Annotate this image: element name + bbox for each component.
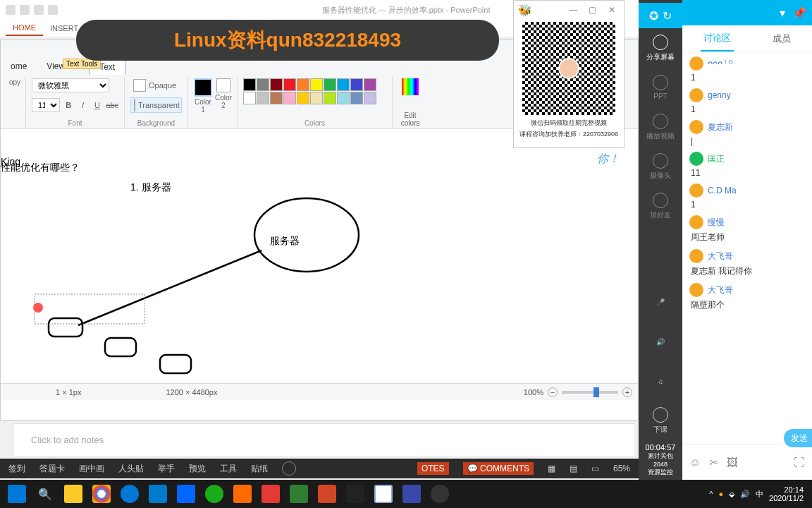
obs-icon[interactable] xyxy=(426,480,454,508)
ppt-notes-button[interactable]: OTES xyxy=(417,462,449,475)
avatar xyxy=(689,120,703,134)
undo-icon[interactable] xyxy=(20,5,30,15)
tab-discuss[interactable]: 讨论区 xyxy=(701,26,734,52)
chat-message: genny1 xyxy=(689,88,805,114)
chat-sidebar-top[interactable]: ✪ ↻ xyxy=(639,3,682,28)
notes-pane[interactable]: Click to add notes xyxy=(14,423,634,456)
app-icon[interactable] xyxy=(172,480,200,508)
tab-home[interactable]: HOME xyxy=(6,20,43,36)
overlay-banner: Linux资料qun832218493 xyxy=(76,20,499,61)
chat-tabs: 讨论区 成员 xyxy=(682,25,812,52)
side-camera[interactable]: 摄像头 xyxy=(639,147,682,186)
power-icon[interactable] xyxy=(282,461,296,476)
zoom-level: 100% xyxy=(524,388,543,397)
paint-taskbar-icon[interactable] xyxy=(369,480,398,508)
music-icon[interactable]: ♫ xyxy=(639,361,682,401)
view-reading-icon[interactable]: ▭ xyxy=(591,464,599,473)
font-family-select[interactable]: 微软雅黑 xyxy=(32,78,109,92)
chat-header: ▾ 📌 xyxy=(682,0,812,25)
vscode-icon[interactable] xyxy=(144,480,172,508)
close-button[interactable]: ✕ xyxy=(608,5,618,15)
app4-icon[interactable] xyxy=(398,480,426,508)
explorer-icon[interactable] xyxy=(59,480,87,508)
side-ppt[interactable]: PPT xyxy=(639,68,682,107)
vbox-icon[interactable] xyxy=(285,480,313,508)
powerpoint-taskbar-icon[interactable] xyxy=(313,480,341,508)
taskbar-date[interactable]: 2020/11/2 xyxy=(769,494,804,502)
notes-placeholder: Click to add notes xyxy=(31,435,104,445)
tb-hand[interactable]: 举手 xyxy=(158,463,175,475)
chat-message-list[interactable]: ᴖᴖᴖ ᴵ ᴰ1 genny1 夏志新| 匡正11 C.D Ma1 慢慢周王老师… xyxy=(682,52,812,445)
expand-icon[interactable]: ⛶ xyxy=(794,456,805,469)
tray-up-icon[interactable]: ^ xyxy=(709,490,713,498)
tb-signin[interactable]: 签到 xyxy=(8,463,25,475)
share-screen-button[interactable]: 分享屏幕 xyxy=(639,28,682,68)
ime-indicator[interactable]: 中 xyxy=(756,489,763,500)
zoom-out-button[interactable]: − xyxy=(548,387,558,397)
canvas-hello: 你！ xyxy=(597,152,620,167)
tb-pip[interactable]: 画中画 xyxy=(79,463,104,475)
bold-button[interactable]: B xyxy=(63,99,74,111)
maximize-button[interactable]: ▢ xyxy=(589,5,598,15)
pin-icon[interactable]: 📌 xyxy=(792,6,806,20)
search-icon[interactable]: 🔍 xyxy=(31,480,59,508)
start-button[interactable] xyxy=(3,480,31,508)
colors-group-label: Colors xyxy=(243,119,386,127)
tb-paste[interactable]: 贴纸 xyxy=(251,463,268,475)
image-icon[interactable]: 🖼 xyxy=(727,456,738,469)
side-addfriend[interactable]: 加好友 xyxy=(639,186,682,226)
view-normal-icon[interactable]: ▦ xyxy=(548,464,555,473)
app3-icon[interactable] xyxy=(257,480,285,508)
tb-tools[interactable]: 工具 xyxy=(220,463,237,475)
view-sorter-icon[interactable]: ▤ xyxy=(570,464,577,473)
paint-tab-home[interactable]: ome xyxy=(1,59,37,74)
chrome-icon[interactable] xyxy=(87,480,116,508)
transparent-option[interactable]: Transparent xyxy=(130,97,182,113)
zoom-in-button[interactable]: + xyxy=(622,387,632,397)
color2-swatch[interactable] xyxy=(216,78,230,92)
speaker-icon[interactable]: 🔊 xyxy=(639,322,682,361)
edit-colors-button[interactable]: Edit colors xyxy=(393,77,428,128)
strike-button[interactable]: abc xyxy=(106,99,118,111)
tray-icon2[interactable]: ⬙ xyxy=(729,490,734,499)
zoom-slider[interactable] xyxy=(562,391,618,394)
chevron-down-icon[interactable]: ▾ xyxy=(780,6,785,20)
chat-message: 慢慢周王老师 xyxy=(689,215,805,243)
tb-preview[interactable]: 预览 xyxy=(189,463,206,475)
app2-icon[interactable] xyxy=(228,480,257,508)
italic-button[interactable]: I xyxy=(77,99,88,111)
chat-input-bar: ☺ ✂ 🖼 ⛶ xyxy=(682,445,812,480)
send-button[interactable]: 发送 xyxy=(784,429,812,447)
opaque-option[interactable]: Opaque xyxy=(130,78,182,92)
end-class-button[interactable]: 下课 xyxy=(639,401,682,440)
scissors-icon[interactable]: ✂ xyxy=(709,456,718,469)
terminal-icon[interactable] xyxy=(341,480,369,508)
font-group-label: Font xyxy=(32,119,118,127)
tb-quiz[interactable]: 答题卡 xyxy=(39,463,65,475)
refresh-icon: ↻ xyxy=(663,9,672,23)
underline-button[interactable]: U xyxy=(92,99,103,111)
minimize-button[interactable]: — xyxy=(569,5,579,15)
side-video[interactable]: 播放视频 xyxy=(639,107,682,147)
svg-line-1 xyxy=(78,250,262,325)
ppt-comments-button[interactable]: 💬 COMMENTS xyxy=(463,462,534,475)
color1-swatch[interactable] xyxy=(194,78,212,97)
start-icon[interactable] xyxy=(48,5,58,15)
emoji-icon[interactable]: ☺ xyxy=(689,456,701,469)
tray-icon1[interactable]: ● xyxy=(718,490,723,498)
wechat-icon[interactable] xyxy=(200,480,228,508)
edge-icon[interactable] xyxy=(116,480,144,508)
tray-volume-icon[interactable]: 🔊 xyxy=(740,490,750,499)
ppt-zoom: 65% xyxy=(613,464,630,473)
qr-popup-window: 🐝 — ▢ ✕ 微信扫码领取往期完整视频 课程咨询加扶养老师：220703290… xyxy=(513,0,625,148)
mic-icon[interactable]: 🎤 xyxy=(639,282,682,322)
tab-members[interactable]: 成员 xyxy=(770,27,794,51)
taskbar-time[interactable]: 20:14 xyxy=(769,485,804,494)
redo-icon[interactable] xyxy=(34,5,44,15)
color12-group: Color 1 Color 2 xyxy=(188,77,238,128)
paint-canvas[interactable]: King 性能优化有哪些？ 1. 服务器 服务器 你！ xyxy=(1,129,638,383)
tb-sticker[interactable]: 人头贴 xyxy=(118,463,144,475)
color-palette[interactable] xyxy=(243,78,386,104)
save-icon[interactable] xyxy=(6,5,16,15)
font-size-select[interactable]: 11 xyxy=(32,98,60,112)
